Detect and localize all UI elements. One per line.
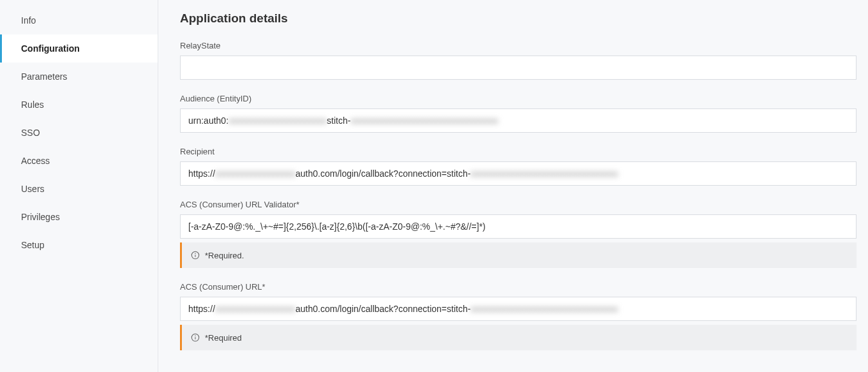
info-icon [191, 333, 200, 342]
sidebar-item-configuration[interactable]: Configuration [0, 34, 158, 63]
page-title: Application details [180, 11, 857, 26]
sidebar-item-info[interactable]: Info [0, 6, 158, 34]
acs-validator-label: ACS (Consumer) URL Validator* [180, 200, 857, 209]
acs-validator-helper: *Required. [180, 242, 857, 268]
acs-url-value-mid: auth0.com/login/callback?connection=stit… [296, 304, 470, 314]
helper-text: *Required. [205, 251, 244, 260]
sidebar-item-label: Configuration [21, 43, 80, 54]
acs-url-label: ACS (Consumer) URL* [180, 282, 857, 292]
sidebar-item-label: Access [21, 156, 50, 166]
sidebar-item-label: SSO [21, 128, 40, 138]
redacted-text: xxxxxxxxxxxxxxxxxxxxxxxxxxxxxxxxx [350, 115, 498, 126]
audience-input[interactable]: urn:auth0: xxxxxxxxxxxxxxxxxxxxxx stitch… [180, 108, 857, 133]
main-content: Application details RelayState Audience … [158, 0, 868, 372]
redacted-text: xxxxxxxxxxxxxxxxxx [215, 304, 296, 314]
sidebar: Info Configuration Parameters Rules SSO … [0, 0, 158, 372]
redacted-text: xxxxxxxxxxxxxxxxxxxxxxxxxxxxxxxxx [470, 168, 618, 179]
field-recipient: Recipient https:// xxxxxxxxxxxxxxxxxx au… [180, 147, 857, 186]
sidebar-item-rules[interactable]: Rules [0, 91, 158, 119]
field-relaystate: RelayState [180, 41, 857, 80]
recipient-value-prefix: https:// [188, 168, 215, 179]
audience-value-prefix: urn:auth0: [188, 115, 228, 126]
field-audience: Audience (EntityID) urn:auth0: xxxxxxxxx… [180, 94, 857, 133]
sidebar-item-label: Rules [21, 100, 44, 110]
sidebar-item-setup[interactable]: Setup [0, 231, 158, 259]
info-icon [191, 251, 200, 260]
audience-value-mid: stitch- [327, 115, 350, 126]
sidebar-item-access[interactable]: Access [0, 147, 158, 175]
redacted-text: xxxxxxxxxxxxxxxxxxxxxx [228, 115, 327, 126]
recipient-label: Recipient [180, 147, 857, 156]
acs-url-input[interactable]: https:// xxxxxxxxxxxxxxxxxx auth0.com/lo… [180, 297, 857, 321]
svg-point-5 [195, 336, 195, 336]
acs-url-helper: *Required [180, 325, 857, 350]
acs-url-value-prefix: https:// [188, 304, 215, 314]
sidebar-item-sso[interactable]: SSO [0, 119, 158, 147]
acs-validator-input[interactable] [180, 214, 857, 239]
sidebar-item-label: Privileges [21, 212, 60, 222]
svg-point-2 [195, 253, 195, 254]
sidebar-item-label: Info [21, 15, 36, 26]
sidebar-item-users[interactable]: Users [0, 175, 158, 203]
recipient-value-mid: auth0.com/login/callback?connection=stit… [296, 168, 470, 179]
field-acs-validator: ACS (Consumer) URL Validator* *Required. [180, 200, 857, 268]
field-acs-url: ACS (Consumer) URL* https:// xxxxxxxxxxx… [180, 282, 857, 350]
relaystate-input[interactable] [180, 56, 857, 80]
sidebar-item-label: Users [21, 184, 45, 194]
helper-text: *Required [205, 333, 242, 343]
relaystate-label: RelayState [180, 41, 857, 50]
sidebar-item-label: Setup [21, 240, 45, 250]
sidebar-item-label: Parameters [21, 71, 67, 82]
audience-label: Audience (EntityID) [180, 94, 857, 103]
recipient-input[interactable]: https:// xxxxxxxxxxxxxxxxxx auth0.com/lo… [180, 161, 857, 186]
redacted-text: xxxxxxxxxxxxxxxxxx [215, 168, 296, 179]
redacted-text: xxxxxxxxxxxxxxxxxxxxxxxxxxxxxxxxx [470, 304, 618, 314]
sidebar-item-parameters[interactable]: Parameters [0, 63, 158, 91]
sidebar-item-privileges[interactable]: Privileges [0, 203, 158, 231]
